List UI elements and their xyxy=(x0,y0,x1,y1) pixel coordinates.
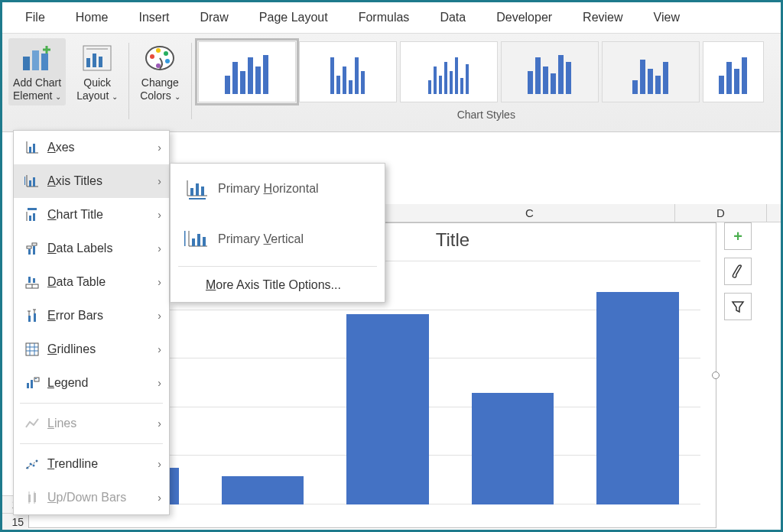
svg-rect-0 xyxy=(23,57,30,70)
chart-float-buttons: + xyxy=(724,222,752,320)
menu-item-chart-title[interactable]: Chart Title› xyxy=(14,198,169,232)
menu-item-data-table[interactable]: Data Table› xyxy=(14,265,169,299)
svg-rect-61 xyxy=(190,188,193,196)
quick-layout-label: Quick Layout ⌄ xyxy=(76,76,118,102)
svg-point-11 xyxy=(164,51,168,56)
tab-view[interactable]: View xyxy=(638,3,695,32)
chart-filter-button[interactable] xyxy=(724,293,752,320)
tab-file[interactable]: File xyxy=(10,3,60,32)
more-axis-title-options-menuitem[interactable]: More Axis Title Options... xyxy=(171,268,385,302)
tab-page-layout[interactable]: Page Layout xyxy=(244,3,343,32)
svg-rect-26 xyxy=(33,213,35,221)
funnel-icon xyxy=(730,299,746,314)
chevron-right-icon: › xyxy=(158,175,161,187)
svg-point-13 xyxy=(156,63,161,68)
primary-vertical-menuitem[interactable]: Primary Vertical xyxy=(171,214,385,264)
tab-draw[interactable]: Draw xyxy=(184,3,243,32)
col-header-d[interactable]: D xyxy=(675,204,767,222)
bar-5[interactable] xyxy=(596,292,679,504)
svg-rect-68 xyxy=(192,238,195,246)
menu-item-label: Gridlines xyxy=(43,342,158,356)
quick-layout-button[interactable]: Quick Layout ⌄ xyxy=(72,38,122,105)
chart-style-5[interactable] xyxy=(602,41,700,102)
menu-item-axis-titles[interactable]: Axis Titles› xyxy=(14,164,169,198)
svg-rect-2 xyxy=(41,54,48,70)
change-colors-label: Change Colors ⌄ xyxy=(140,76,180,102)
axes-icon xyxy=(21,140,43,155)
trendline-icon xyxy=(21,456,43,472)
tab-insert[interactable]: Insert xyxy=(123,3,184,32)
menu-item-updown: Up/Down Bars› xyxy=(14,481,169,514)
tab-review[interactable]: Review xyxy=(567,3,638,32)
menu-item-trendline[interactable]: Trendline› xyxy=(14,447,169,481)
svg-rect-41 xyxy=(26,343,38,355)
bar-3[interactable] xyxy=(346,314,429,504)
svg-rect-49 xyxy=(35,378,37,379)
svg-rect-46 xyxy=(27,383,29,388)
chevron-right-icon: › xyxy=(158,209,161,221)
svg-rect-30 xyxy=(32,243,37,245)
chart-style-3[interactable] xyxy=(400,41,498,102)
primary-horizontal-menuitem[interactable]: Primary Horizontal xyxy=(171,164,385,214)
quick-layout-icon xyxy=(78,41,116,75)
bar-4[interactable] xyxy=(472,393,554,504)
menu-separator xyxy=(20,403,163,404)
updown-icon xyxy=(21,490,43,505)
tab-data[interactable]: Data xyxy=(424,3,481,32)
chart-elements-button[interactable]: + xyxy=(724,222,752,250)
tab-developer[interactable]: Developer xyxy=(481,3,567,32)
data-table-icon xyxy=(21,274,43,290)
tab-formulas[interactable]: Formulas xyxy=(343,3,425,32)
tab-home[interactable]: Home xyxy=(60,3,124,32)
chart-style-4[interactable] xyxy=(501,41,599,102)
menu-item-label: Chart Title xyxy=(43,208,158,222)
svg-point-10 xyxy=(156,48,161,53)
chevron-right-icon: › xyxy=(158,491,161,504)
chart-resize-handle[interactable] xyxy=(712,371,720,379)
bar-2[interactable] xyxy=(222,476,304,504)
chevron-right-icon: › xyxy=(158,276,161,288)
svg-rect-20 xyxy=(29,180,31,187)
svg-rect-29 xyxy=(27,246,31,248)
svg-rect-48 xyxy=(34,378,39,381)
axis-titles-submenu: Primary Horizontal Primary Vertical More… xyxy=(170,163,385,303)
menu-item-axes[interactable]: Axes› xyxy=(14,131,169,164)
row-header-15[interactable]: 15 xyxy=(2,513,28,530)
ribbon-separator xyxy=(128,43,129,119)
menu-item-error-bars[interactable]: Error Bars› xyxy=(14,299,169,332)
svg-rect-6 xyxy=(99,57,102,67)
more-options-label: More Axis Title Options... xyxy=(206,278,341,292)
menu-item-label: Up/Down Bars xyxy=(43,491,158,504)
legend-icon xyxy=(21,375,43,391)
menu-item-legend[interactable]: Legend› xyxy=(14,366,169,400)
svg-rect-16 xyxy=(29,147,31,153)
svg-rect-4 xyxy=(86,58,90,67)
chevron-right-icon: › xyxy=(158,458,161,470)
chevron-right-icon: › xyxy=(158,417,161,430)
ribbon-body: Add Chart Element ⌄ Quick Layout ⌄ xyxy=(2,33,781,132)
svg-rect-23 xyxy=(28,208,37,210)
primary-vertical-icon xyxy=(184,228,218,251)
chart-style-1[interactable] xyxy=(198,41,296,102)
error-bars-icon xyxy=(21,308,43,323)
add-chart-element-button[interactable]: Add Chart Element ⌄ xyxy=(8,38,66,105)
change-colors-button[interactable]: Change Colors ⌄ xyxy=(135,38,184,105)
svg-rect-69 xyxy=(197,234,200,246)
chart-styles-button[interactable] xyxy=(724,258,752,285)
chart-style-6[interactable] xyxy=(703,41,764,102)
svg-point-9 xyxy=(150,54,154,59)
chart-style-2[interactable] xyxy=(299,41,397,102)
svg-rect-32 xyxy=(33,278,35,283)
menu-item-label: Axes xyxy=(43,141,158,154)
menu-item-label: Error Bars xyxy=(43,309,158,323)
chart-styles-label: Chart Styles xyxy=(198,109,775,121)
svg-rect-25 xyxy=(29,216,31,221)
svg-rect-70 xyxy=(203,237,206,246)
menu-item-data-labels[interactable]: Data Labels› xyxy=(14,232,169,265)
col-header-c[interactable]: C xyxy=(385,204,675,222)
add-chart-element-menu: Axes›Axis Titles›Chart Title›Data Labels… xyxy=(13,130,170,515)
primary-vertical-label: Primary Vertical xyxy=(218,232,304,246)
menu-item-gridlines[interactable]: Gridlines› xyxy=(14,332,169,366)
brush-icon xyxy=(730,264,746,279)
ribbon-separator-2 xyxy=(191,43,192,119)
